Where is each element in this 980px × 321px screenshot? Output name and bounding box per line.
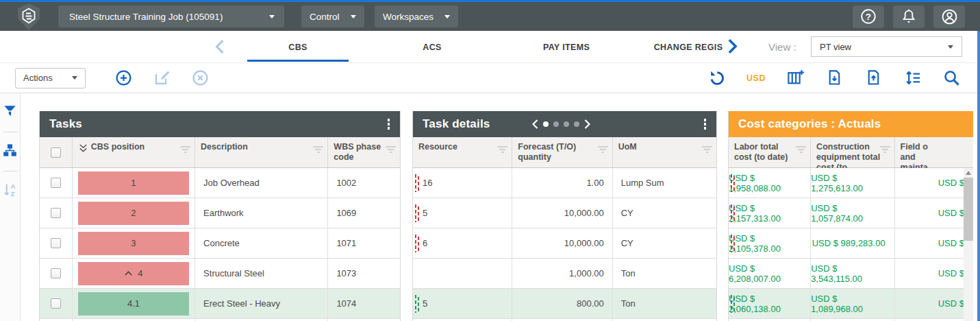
- description-cell[interactable]: Concrete: [195, 228, 328, 259]
- kebab-menu-icon[interactable]: [386, 116, 392, 132]
- pager-dot[interactable]: [553, 121, 559, 127]
- sort-az-button[interactable]: A Z: [2, 181, 18, 202]
- equipment-cost-cell[interactable]: USD $ 3,543,115.00: [811, 259, 895, 289]
- column-header-labor-total-cost[interactable]: Labor total cost (to date): [729, 137, 811, 167]
- hierarchy-button[interactable]: [2, 142, 18, 161]
- cbs-position-cell[interactable]: 3: [73, 228, 195, 259]
- row-checkbox[interactable]: [51, 298, 61, 309]
- column-header-field-office[interactable]: Field o and mainta: [895, 137, 973, 167]
- column-header-uom[interactable]: UoM: [613, 137, 716, 167]
- wbs-cell[interactable]: 1074: [328, 289, 400, 319]
- labor-cost-cell[interactable]: USD $ 2,157,313.00: [729, 198, 811, 228]
- column-header-construction-equipment-cost[interactable]: Construction equipment total cost (to…: [811, 137, 894, 167]
- kebab-menu-icon[interactable]: [703, 116, 708, 132]
- labor-cost-cell[interactable]: USD $ 1,958,088.00: [729, 168, 811, 198]
- wbs-cell[interactable]: 1073: [328, 259, 400, 289]
- resource-cell[interactable]: 6: [413, 228, 512, 259]
- description-cell[interactable]: Job Overhead: [195, 168, 328, 198]
- labor-cost-cell[interactable]: USD $ 2,105,378.00: [729, 228, 811, 259]
- uom-cell[interactable]: Ton: [613, 259, 716, 289]
- field-cost-cell[interactable]: USD $: [895, 198, 973, 228]
- description-cell[interactable]: Structural Steel: [195, 259, 328, 289]
- pager-dot[interactable]: [543, 121, 549, 127]
- add-column-button[interactable]: [786, 69, 805, 87]
- select-all-checkbox[interactable]: [51, 147, 61, 158]
- pager-dot[interactable]: [574, 121, 579, 127]
- cbs-position-cell[interactable]: 4: [73, 259, 195, 289]
- job-selector[interactable]: Steel Structure Training Job (105091): [58, 5, 284, 27]
- uom-cell[interactable]: CY: [613, 198, 716, 228]
- vertical-scrollbar[interactable]: [964, 168, 973, 321]
- pager-dot[interactable]: [564, 121, 569, 127]
- tab-acs[interactable]: ACS: [365, 31, 499, 63]
- wbs-cell[interactable]: 1069: [328, 198, 400, 228]
- column-header-description[interactable]: Description: [195, 137, 328, 167]
- forecast-cell[interactable]: 1.00: [512, 168, 612, 198]
- wbs-cell[interactable]: 1071: [328, 228, 400, 259]
- scrollbar-thumb[interactable]: [964, 178, 973, 241]
- column-header-wbs-phase-code[interactable]: WBS phase code: [328, 137, 400, 167]
- description-cell[interactable]: Earthwork: [195, 198, 328, 228]
- cbs-position-cell[interactable]: 1: [73, 168, 195, 198]
- row-checkbox[interactable]: [51, 208, 61, 218]
- labor-cost-cell[interactable]: USD $ 2,060,138.00: [729, 289, 811, 319]
- equipment-cost-cell[interactable]: USD $ 1,275,613.00: [811, 168, 895, 198]
- filter-lines-icon[interactable]: [497, 146, 507, 154]
- uom-cell[interactable]: Ton: [613, 289, 716, 319]
- uom-cell[interactable]: CY: [613, 228, 716, 259]
- workspaces-menu[interactable]: Workspaces: [375, 5, 458, 27]
- tabs-scroll-left-button[interactable]: [215, 40, 225, 56]
- labor-cost-cell[interactable]: USD $ 6,208,007.00: [729, 259, 811, 289]
- field-cost-cell[interactable]: USD $: [895, 259, 973, 289]
- uom-cell[interactable]: Lump Sum: [613, 168, 716, 198]
- field-cost-cell[interactable]: USD $: [895, 168, 973, 198]
- resource-cell[interactable]: 16: [413, 168, 512, 198]
- app-logo[interactable]: [15, 3, 42, 30]
- filter-lines-icon[interactable]: [598, 146, 608, 154]
- column-header-forecast-quantity[interactable]: Forecast (T/O) quantity: [512, 137, 612, 167]
- row-checkbox[interactable]: [51, 178, 61, 188]
- notifications-button[interactable]: [893, 5, 925, 28]
- add-row-button[interactable]: [114, 69, 133, 87]
- pager-prev-button[interactable]: [532, 119, 538, 129]
- column-header-cbs-position[interactable]: CBS position: [73, 137, 195, 167]
- column-header-resource[interactable]: Resource: [413, 137, 512, 167]
- edit-row-button[interactable]: [153, 69, 171, 87]
- currency-button[interactable]: USD: [746, 73, 766, 83]
- resource-cell[interactable]: 5: [413, 198, 512, 228]
- equipment-cost-cell[interactable]: USD $ 989,283.00: [811, 228, 895, 259]
- tab-change-register[interactable]: CHANGE REGIS: [633, 31, 743, 63]
- delete-row-button[interactable]: [191, 69, 210, 87]
- cbs-position-cell[interactable]: 4.1: [73, 289, 195, 319]
- description-cell[interactable]: Erect Steel - Heavy: [195, 289, 328, 319]
- field-cost-cell[interactable]: USD $: [895, 289, 973, 319]
- filter-lines-icon[interactable]: [313, 146, 323, 154]
- control-menu[interactable]: Control: [301, 5, 364, 27]
- equipment-cost-cell[interactable]: USD $ 1,089,968.00: [811, 289, 895, 319]
- filter-lines-icon[interactable]: [796, 146, 806, 154]
- filter-lines-icon[interactable]: [180, 146, 190, 154]
- forecast-cell[interactable]: 800.00: [512, 289, 612, 319]
- forecast-cell[interactable]: 10,000.00: [512, 198, 612, 228]
- wbs-cell[interactable]: 1002: [328, 168, 400, 198]
- resource-cell[interactable]: [413, 259, 512, 289]
- actions-menu[interactable]: Actions: [15, 68, 86, 88]
- import-button[interactable]: [825, 69, 844, 87]
- cbs-position-cell[interactable]: 2: [73, 198, 195, 228]
- row-checkbox[interactable]: [51, 238, 61, 248]
- equipment-cost-cell[interactable]: USD $ 1,057,874.00: [811, 198, 895, 228]
- filter-lines-icon[interactable]: [386, 146, 396, 154]
- filter-lines-icon[interactable]: [702, 146, 712, 154]
- pager-next-button[interactable]: [584, 119, 590, 129]
- forecast-cell[interactable]: 10,000.00: [512, 228, 612, 259]
- search-button[interactable]: [942, 69, 961, 87]
- row-checkbox[interactable]: [51, 268, 61, 278]
- filter-button[interactable]: [2, 103, 18, 122]
- filter-lines-icon[interactable]: [880, 146, 890, 154]
- field-cost-cell[interactable]: USD $: [895, 228, 973, 259]
- view-dropdown[interactable]: PT view: [811, 36, 962, 57]
- forecast-cell[interactable]: 1,000.00: [512, 259, 612, 289]
- tab-cbs[interactable]: CBS: [231, 31, 365, 63]
- row-height-sort-button[interactable]: [903, 69, 922, 87]
- resource-cell[interactable]: 5: [413, 289, 512, 319]
